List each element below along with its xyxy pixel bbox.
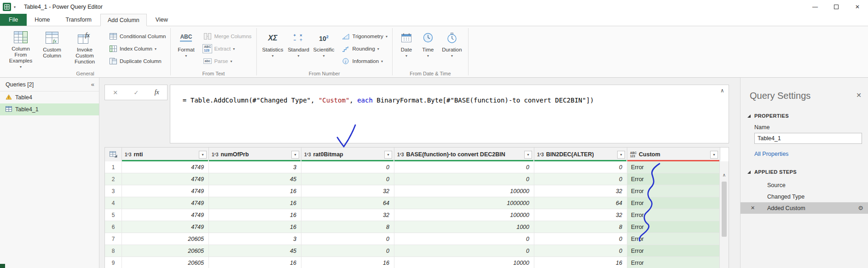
trigonometry-button[interactable]: Trigonometry ▾ (340, 31, 389, 42)
grid-cell[interactable]: 0 (301, 161, 394, 173)
column-header-rat0bitmap[interactable]: 1²3 rat0Bitmap ▾ (301, 148, 394, 161)
row-number[interactable]: 5 (105, 209, 122, 221)
gear-icon[interactable]: ⚙ (858, 205, 863, 211)
query-item-table4-1[interactable]: Table4_1 (0, 103, 99, 115)
grid-cell[interactable]: 3 (209, 233, 301, 245)
close-panel-icon[interactable]: ✕ (856, 91, 862, 99)
applied-steps-section-header[interactable]: APPLIED STEPS (747, 169, 868, 175)
grid-cell[interactable]: 4749 (122, 197, 209, 209)
grid-cell[interactable]: 4749 (122, 221, 209, 233)
grid-cell-error[interactable]: Error (627, 233, 720, 245)
grid-cell[interactable]: 0 (394, 233, 534, 245)
column-header-rnti[interactable]: 1²3 rnti ▾ (122, 148, 209, 161)
query-item-table4[interactable]: Table4 (0, 91, 99, 103)
grid-cell[interactable]: 64 (534, 197, 627, 209)
grid-cell[interactable]: 0 (301, 173, 394, 185)
grid-cell[interactable]: 0 (534, 173, 627, 185)
information-button[interactable]: i Information ▾ (340, 56, 389, 67)
column-header-custom[interactable]: ABC123 Custom ▾ (627, 148, 720, 161)
grid-cell[interactable]: 0 (394, 245, 534, 257)
grid-cell-error[interactable]: Error (627, 209, 720, 221)
parse-button[interactable]: abc Parse ▾ (201, 56, 253, 67)
grid-cell[interactable]: 0 (301, 245, 394, 257)
date-button[interactable]: Date ▾ (395, 28, 417, 70)
grid-cell[interactable]: 20605 (122, 257, 209, 268)
row-number[interactable]: 9 (105, 257, 122, 268)
invoke-custom-function-button[interactable]: fx Invoke Custom Function (65, 28, 104, 70)
filter-icon[interactable]: ▾ (199, 151, 207, 159)
grid-cell-error[interactable]: Error (627, 173, 720, 185)
grid-cell[interactable]: 16 (209, 185, 301, 197)
row-number[interactable]: 7 (105, 233, 122, 245)
grid-cell[interactable]: 4749 (122, 209, 209, 221)
custom-column-button[interactable]: fx Custom Column (39, 28, 65, 70)
properties-section-header[interactable]: PROPERTIES (747, 113, 868, 119)
scroll-up-icon[interactable]: ∧ (720, 172, 729, 177)
grid-cell-error[interactable]: Error (627, 161, 720, 173)
column-from-examples-button[interactable]: Column From Examples ▾ (3, 28, 39, 70)
merge-columns-button[interactable]: Merge Columns (201, 31, 253, 42)
step-source[interactable]: Source (741, 179, 868, 191)
row-number[interactable]: 2 (105, 173, 122, 185)
filter-icon[interactable]: ▾ (384, 151, 392, 159)
tab-add-column[interactable]: Add Column (100, 14, 147, 26)
filter-icon[interactable]: ▾ (291, 151, 299, 159)
grid-cell[interactable]: 8 (534, 221, 627, 233)
grid-cell[interactable]: 0 (394, 173, 534, 185)
grid-cell-error[interactable]: Error (627, 197, 720, 209)
grid-cell[interactable]: 32 (301, 209, 394, 221)
extract-button[interactable]: ABC123 Extract ▾ (201, 43, 253, 54)
filter-icon[interactable]: ▾ (524, 151, 532, 159)
grid-cell[interactable]: 3 (209, 161, 301, 173)
grid-cell[interactable]: 64 (301, 197, 394, 209)
delete-step-icon[interactable]: ✕ (751, 205, 755, 211)
tab-transform[interactable]: Transform (59, 14, 99, 26)
step-changed-type[interactable]: Changed Type (741, 191, 868, 202)
grid-cell[interactable]: 4749 (122, 161, 209, 173)
rounding-button[interactable]: Rounding ▾ (340, 43, 389, 54)
cancel-icon[interactable]: ✕ (113, 89, 118, 96)
column-header-numofprb[interactable]: 1²3 numOfPrb ▾ (209, 148, 301, 161)
column-header-bin2dec[interactable]: 1²3 BIN2DEC(ALTER) ▾ (534, 148, 627, 161)
grid-cell[interactable]: 16 (301, 257, 394, 268)
duration-button[interactable]: Duration ▾ (439, 28, 465, 70)
row-number[interactable]: 8 (105, 245, 122, 257)
vertical-scrollbar[interactable]: ∧ (719, 161, 729, 268)
grid-cell[interactable]: 0 (301, 233, 394, 245)
collapse-pane-icon[interactable]: « (91, 81, 94, 88)
grid-cell[interactable]: 16 (209, 197, 301, 209)
format-button[interactable]: ABC Format ▾ (174, 28, 198, 70)
index-column-button[interactable]: Index Column ▾ (107, 43, 168, 54)
grid-cell[interactable]: 10000 (394, 257, 534, 268)
grid-cell[interactable]: 100000 (394, 185, 534, 197)
grid-cell[interactable]: 0 (534, 245, 627, 257)
row-number[interactable]: 1 (105, 161, 122, 173)
grid-cell[interactable]: 32 (301, 185, 394, 197)
close-button[interactable]: ✕ (847, 0, 868, 14)
grid-cell[interactable]: 45 (209, 173, 301, 185)
filter-icon[interactable]: ▾ (710, 151, 718, 159)
tab-view[interactable]: View (149, 14, 175, 26)
grid-cell[interactable]: 16 (209, 209, 301, 221)
grid-cell[interactable]: 1000000 (394, 197, 534, 209)
grid-cell-error[interactable]: Error (627, 221, 720, 233)
minimize-button[interactable]: — (804, 0, 826, 14)
step-added-custom[interactable]: ✕ Added Custom ⚙ (741, 202, 868, 214)
statistics-button[interactable]: XΣ Statistics ▾ (260, 28, 286, 70)
grid-cell[interactable]: 0 (394, 161, 534, 173)
formula-collapse-icon[interactable]: ∧ (721, 87, 724, 94)
grid-cell[interactable]: 16 (209, 221, 301, 233)
grid-cell-error[interactable]: Error (627, 257, 720, 268)
duplicate-column-button[interactable]: Duplicate Column (107, 56, 168, 67)
grid-cell[interactable]: 20605 (122, 245, 209, 257)
scrollbar-thumb[interactable] (722, 182, 727, 237)
filter-icon[interactable]: ▾ (617, 151, 625, 159)
select-all-corner[interactable] (105, 148, 122, 161)
grid-cell[interactable]: 32 (534, 209, 627, 221)
fx-icon[interactable]: fx (155, 89, 159, 96)
grid-cell[interactable]: 0 (534, 161, 627, 173)
grid-cell[interactable]: 4749 (122, 173, 209, 185)
quick-access-dropdown-icon[interactable]: ▾ (14, 5, 16, 9)
scientific-button[interactable]: 102 Scientific ▾ (311, 28, 337, 70)
grid-cell[interactable]: 16 (209, 257, 301, 268)
